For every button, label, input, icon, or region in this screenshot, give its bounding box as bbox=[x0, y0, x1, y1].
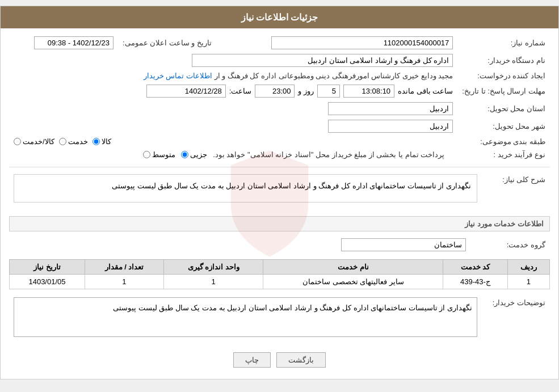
gorohe-value: ساختمان bbox=[341, 238, 466, 251]
tarikh-value: 1402/12/23 - 09:38 bbox=[34, 36, 114, 49]
noe-farayand-label: نوع فرآیند خرید : bbox=[457, 148, 550, 161]
mohlat-saat-label: ساعت: bbox=[229, 87, 252, 95]
cell-vahed: 1 bbox=[163, 275, 263, 289]
page-title: جزئیات اطلاعات نیاز bbox=[1, 6, 558, 28]
back-button[interactable]: بازگشت bbox=[276, 352, 326, 368]
button-row: بازگشت چاپ bbox=[9, 347, 550, 373]
mohlat-saat: 23:00 bbox=[255, 85, 295, 98]
gorohe-label: گروه خدمت: bbox=[470, 236, 550, 254]
cell-tarikh: 1403/01/05 bbox=[10, 275, 85, 289]
ijad-link[interactable]: اطلاعات تماس خریدار bbox=[144, 71, 212, 80]
mohlat-roz: 5 bbox=[317, 85, 340, 98]
mohlat-label: مهلت ارسال پاسخ: تا تاریخ: bbox=[457, 82, 550, 100]
tawzih-label: توضیحات خریدار: bbox=[482, 295, 550, 341]
shomara-niaz-value: 1102000154000017 bbox=[271, 36, 453, 49]
cell-nam: سایر فعالیتهای تخصصی ساختمان bbox=[263, 275, 443, 289]
tabaghe-kala-khedmat-radio[interactable] bbox=[14, 138, 21, 145]
mohlat-baqi-label: ساعت باقی مانده bbox=[398, 87, 453, 95]
tabaghe-kala-khedmat-label: کالا/خدمت bbox=[23, 137, 54, 146]
col-tedad: تعداد / مقدار bbox=[85, 260, 163, 275]
shahr-label: شهر محل تحویل: bbox=[457, 117, 550, 135]
cell-kod: ج-43-439 bbox=[443, 275, 507, 289]
col-radif: ردیف bbox=[507, 260, 549, 275]
ijad-value: مجید ودایع خیری کارشناس امورفرهنگی دینی … bbox=[215, 71, 453, 80]
mohlat-baqi: 13:08:10 bbox=[343, 85, 394, 98]
sharh-label: شرح کلی نیاز: bbox=[482, 172, 550, 210]
tabaghe-kala-label: کالا bbox=[102, 137, 111, 146]
tabaghe-kala-radio[interactable] bbox=[93, 138, 100, 145]
table-row: 1 ج-43-439 سایر فعالیتهای تخصصی ساختمان … bbox=[10, 275, 550, 289]
ostan-value: اردبیل bbox=[328, 102, 453, 115]
ijad-label: ایجاد کننده درخواست: bbox=[457, 69, 550, 82]
cell-radif: 1 bbox=[507, 275, 549, 289]
khadamat-title: اطلاعات خدمات مورد نیاز bbox=[9, 216, 550, 231]
mohlat-date: 1402/12/28 bbox=[146, 85, 226, 98]
col-nam: نام خدمت bbox=[263, 260, 443, 275]
noe-farayand-motavaset-label: متوسط bbox=[152, 150, 175, 159]
print-button[interactable]: چاپ bbox=[233, 352, 271, 368]
tabaghe-label: طبقه بندی موضوعی: bbox=[457, 135, 550, 148]
noe-farayand-motavaset-radio[interactable] bbox=[143, 151, 150, 158]
shahr-value: اردبیل bbox=[328, 120, 453, 133]
nam-dastgah-label: نام دستگاه خریدار: bbox=[457, 52, 550, 69]
col-tarikh: تاریخ نیاز bbox=[10, 260, 85, 275]
sharh-text: نگهداری از تاسیسات ساختمانهای اداره کل ف… bbox=[14, 174, 477, 203]
tawzih-textarea[interactable]: نگهداری از تاسیسات ساختمانهای اداره کل ف… bbox=[14, 297, 477, 337]
mohlat-roz-label: روز و bbox=[298, 87, 314, 95]
tabaghe-khedmat-radio[interactable] bbox=[59, 138, 66, 145]
tarikh-label: تاریخ و ساعت اعلان عمومی: bbox=[118, 34, 223, 52]
tabaghe-khedmat-label: خدمت bbox=[68, 137, 88, 146]
khadamat-table: ردیف کد خدمت نام خدمت واحد اندازه گیری ت… bbox=[9, 259, 550, 289]
shomara-niaz-label: شماره نیاز: bbox=[457, 34, 550, 52]
noe-farayand-jozi-radio[interactable] bbox=[181, 151, 188, 158]
noe-farayand-desc: پرداخت تمام یا بخشی از مبلغ خریداز محل "… bbox=[213, 150, 444, 159]
cell-tedad: 1 bbox=[85, 275, 163, 289]
nam-dastgah-value: اداره کل فرهنگ و ارشاد اسلامی استان اردب… bbox=[192, 54, 453, 67]
col-vahed: واحد اندازه گیری bbox=[163, 260, 263, 275]
col-kod: کد خدمت bbox=[443, 260, 507, 275]
ostan-label: استان محل تحویل: bbox=[457, 100, 550, 117]
noe-farayand-jozi-label: جزیی bbox=[190, 150, 207, 159]
